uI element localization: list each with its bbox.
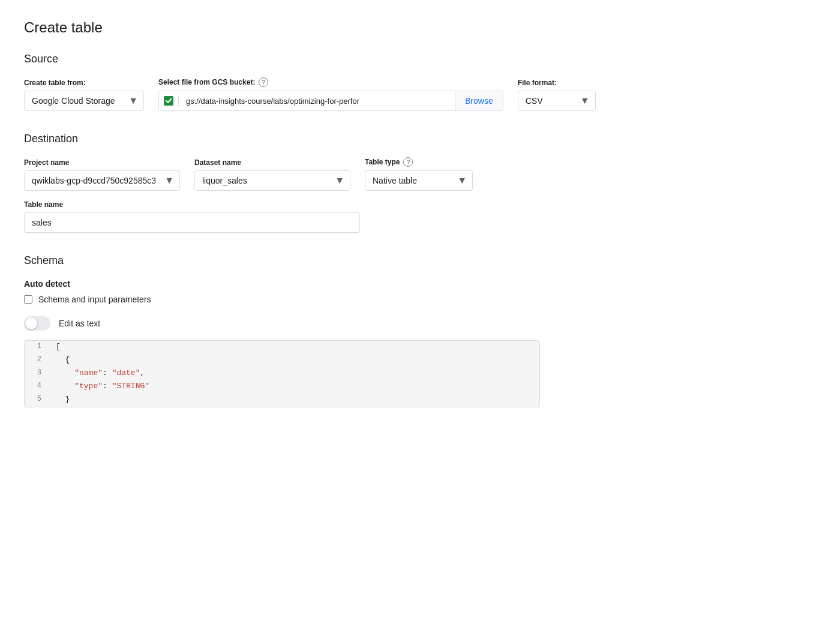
schema-section: Schema Auto detect Schema and input para… [24, 254, 816, 407]
table-type-help-icon[interactable]: ? [403, 157, 413, 167]
table-name-input[interactable] [24, 212, 360, 233]
create-table-from-select[interactable]: Google Cloud Storage Upload Google Drive… [24, 91, 144, 111]
table-name-group: Table name [24, 200, 816, 233]
project-name-select-wrapper: qwiklabs-gcp-d9ccd750c92585c3 ▼ [24, 170, 180, 191]
project-name-label: Project name [24, 158, 180, 167]
file-format-select-wrapper: CSV JSON Avro Parquet ORC Datastore back… [518, 91, 596, 111]
gcs-file-input[interactable] [179, 92, 455, 110]
edit-as-text-toggle[interactable] [24, 316, 50, 331]
checkmark-icon [165, 97, 172, 104]
table-type-select-wrapper: Native table External table ▼ [365, 170, 473, 191]
gcs-file-group: Select file from GCS bucket: ? Browse [158, 77, 503, 111]
edit-as-text-label: Edit as text [59, 319, 100, 328]
schema-checkbox-label: Schema and input parameters [38, 295, 151, 304]
edit-as-text-row: Edit as text [24, 316, 816, 331]
auto-detect-checkbox[interactable] [24, 295, 32, 304]
file-format-label: File format: [518, 79, 596, 87]
gcs-checkbox[interactable] [164, 96, 173, 106]
schema-section-title: Schema [24, 254, 816, 267]
source-section: Source Create table from: Google Cloud S… [24, 53, 816, 111]
project-name-select[interactable]: qwiklabs-gcp-d9ccd750c92585c3 [24, 170, 180, 191]
dataset-name-select[interactable]: liquor_sales [194, 170, 350, 191]
code-line-2: 2 { [25, 354, 539, 367]
gcs-input-group: Browse [158, 91, 503, 111]
dataset-name-group: Dataset name liquor_sales ▼ [194, 158, 350, 191]
source-form-row: Create table from: Google Cloud Storage … [24, 77, 816, 111]
dataset-name-select-wrapper: liquor_sales ▼ [194, 170, 350, 191]
destination-section-title: Destination [24, 133, 816, 145]
browse-button[interactable]: Browse [455, 91, 503, 110]
destination-section: Destination Project name qwiklabs-gcp-d9… [24, 133, 816, 233]
project-name-group: Project name qwiklabs-gcp-d9ccd750c92585… [24, 158, 180, 191]
file-format-select[interactable]: CSV JSON Avro Parquet ORC Datastore back… [518, 91, 596, 111]
file-format-group: File format: CSV JSON Avro Parquet ORC D… [518, 79, 596, 111]
auto-detect-label: Auto detect [24, 279, 816, 289]
gcs-file-label: Select file from GCS bucket: ? [158, 77, 503, 87]
table-type-group: Table type ? Native table External table… [365, 157, 473, 191]
schema-checkbox-row: Schema and input parameters [24, 295, 816, 304]
table-type-label: Table type ? [365, 157, 473, 167]
code-lines: 1 [ 2 { 3 "name": "date", 4 "type": "STR… [25, 341, 539, 407]
page-title: Create table [24, 19, 816, 36]
create-table-from-select-wrapper: Google Cloud Storage Upload Google Drive… [24, 91, 144, 111]
toggle-knob [25, 317, 37, 329]
dataset-name-label: Dataset name [194, 158, 350, 167]
gcs-help-icon[interactable]: ? [259, 77, 268, 87]
code-line-4: 4 "type": "STRING" [25, 380, 539, 394]
gcs-checkbox-wrap [159, 96, 179, 106]
destination-row: Project name qwiklabs-gcp-d9ccd750c92585… [24, 157, 816, 191]
table-type-select[interactable]: Native table External table [365, 170, 473, 191]
auto-detect-section: Auto detect Schema and input parameters [24, 279, 816, 304]
table-name-label: Table name [24, 200, 816, 209]
code-line-3: 3 "name": "date", [25, 367, 539, 380]
code-line-5: 5 } [25, 394, 539, 407]
create-table-from-label: Create table from: [24, 79, 144, 87]
create-table-from-group: Create table from: Google Cloud Storage … [24, 79, 144, 111]
schema-code-editor[interactable]: 1 [ 2 { 3 "name": "date", 4 "type": "STR… [24, 340, 540, 407]
source-section-title: Source [24, 53, 816, 65]
code-line-1: 1 [ [25, 341, 539, 354]
